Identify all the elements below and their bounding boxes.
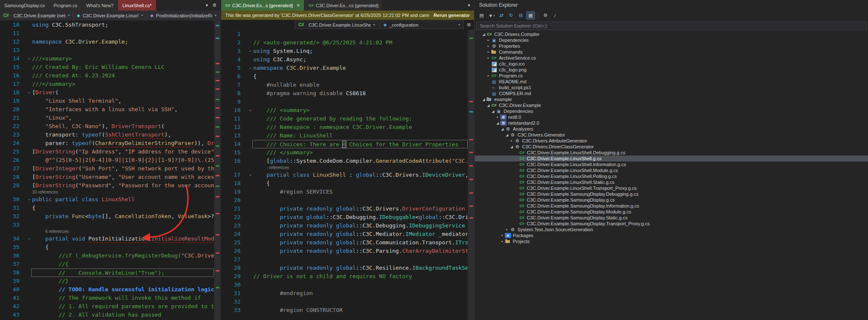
code-text[interactable]: #nullable enable [253,81,468,89]
line-number[interactable]: 41 [0,294,26,302]
line-number[interactable]: 25 [221,238,247,247]
line-number[interactable]: 18 [0,88,26,97]
code-text[interactable] [253,281,468,289]
code-text[interactable]: [Driver( [32,88,214,97]
line-number[interactable]: 17 [221,171,247,179]
edit-pencil-icon[interactable]: ∕ [551,11,559,19]
code-text[interactable]: using C3C.Async; [253,55,468,64]
tree-item[interactable]: ▸C#ArchiveService.cs [475,55,868,61]
code-text[interactable]: using C3C.SshTransport; [32,21,214,29]
codelens-references[interactable]: - references [221,165,468,171]
line-number[interactable]: 13 [221,131,247,140]
code-text[interactable]: { [32,204,214,212]
tree-item[interactable]: ▤README.md [475,79,868,85]
line-number[interactable]: 13 [0,46,26,55]
code-text[interactable]: /// Choices: There are 0 Choices for the… [252,140,468,148]
line-number[interactable]: 31 [221,289,247,298]
line-number[interactable]: 30 [0,195,26,204]
tree-item[interactable]: C#C3C.Driver.Example.SamsungDisplay.Stat… [475,215,868,221]
line-number[interactable]: 27 [221,255,247,264]
fold-collapse-icon[interactable]: ▾ [247,171,253,179]
code-text[interactable]: namespace C3C.Driver.Example; [32,38,214,46]
line-number[interactable]: 21 [0,114,26,122]
line-number[interactable]: 15 [221,148,247,157]
code-text[interactable]: { [253,72,468,81]
editor-tab[interactable]: C#C3C.Driver.Ex...cs [generated] [304,0,383,11]
line-number[interactable]: 11 [0,29,26,38]
tree-item[interactable]: C#C3C.Driver.Example.SamsungDisplay.Info… [475,203,868,209]
line-number[interactable]: 8 [221,89,247,98]
code-text[interactable]: transport: typeof(SshClientTransport), [32,131,214,139]
editor-tab[interactable]: LinuxShell.cs* [118,0,156,11]
line-number[interactable]: 3 [221,47,247,55]
code-text[interactable]: // 1. All required parameters are provid… [32,302,214,311]
code-text[interactable]: "Interfaces with a linux shell via SSH", [32,105,214,114]
line-number[interactable]: 22 [0,122,26,131]
fold-collapse-icon[interactable]: ▾ [26,55,32,63]
tree-item[interactable]: ▸Projects [475,238,868,244]
line-number[interactable]: 33 [221,306,247,315]
line-number[interactable]: 27 [0,164,26,173]
code-text[interactable]: // <auto-generated/> @6/25/2025 4:21:02 … [253,38,468,47]
tree-item[interactable]: C#C3C.Driver.Example.LinuxShell.Debuggin… [475,150,868,156]
expand-arrow-icon[interactable]: ▸ [495,115,500,119]
show-all-files-icon[interactable]: ▦ [526,11,535,19]
line-number[interactable]: 12 [0,38,26,46]
code-editor-generated[interactable]: 12// <auto-generated/> @6/25/2025 4:21:0… [221,30,468,320]
expand-arrow-icon[interactable]: ◢ [509,145,514,149]
code-text[interactable]: // TODO: Handle successful initializatio… [32,285,214,294]
expand-arrow-icon[interactable]: ▸ [486,50,491,54]
code-text[interactable]: private readonly global::C3C.Resilience.… [253,264,468,272]
code-text[interactable]: { [253,179,468,188]
add-view-icon[interactable]: ⊞ [464,20,474,30]
expand-arrow-icon[interactable]: ▸ [509,139,514,142]
code-text[interactable]: // Driver is not a child and requires NO… [253,272,468,281]
code-text[interactable]: [DriverString("Ip Address", "IP address … [32,148,214,156]
line-number[interactable]: 1 [221,30,247,38]
code-text[interactable] [253,255,468,264]
line-number[interactable]: 12 [221,123,247,131]
code-text[interactable]: /// </summary> [253,148,468,157]
expand-arrow-icon[interactable]: ▸ [500,240,505,243]
tree-item[interactable]: C#C3C.Driver.Example.LinuxShell.Transpor… [475,185,868,191]
expand-arrow-icon[interactable]: ◢ [495,121,500,125]
code-text[interactable]: [DriverInteger("Ssh Port", "SSH network … [32,164,214,173]
code-text[interactable]: #endregion [253,289,468,298]
collapse-all-icon[interactable]: ⊟ [517,11,525,19]
refresh-icon[interactable]: ↻ [507,11,515,19]
code-text[interactable]: /// Created At: 6.23.2024 [32,71,214,80]
tree-item[interactable]: C#C3C.Driver.Example.LinuxShell.Module.g… [475,167,868,173]
tree-item[interactable]: ◢C#C3C.Drivers.Compiler [475,31,868,37]
line-number[interactable]: 6 [221,72,247,81]
line-number[interactable]: 28 [0,173,26,181]
tree-item[interactable]: ◢example [475,96,868,102]
code-editor-linuxshell[interactable]: 10using C3C.SshTransport;1112namespace C… [0,21,214,320]
tree-item[interactable]: ◢C#C3C.Driver.Example [475,102,868,108]
tree-item[interactable]: C#C3C.Driver.Example.LinuxShell.Polling.… [475,173,868,179]
code-text[interactable]: //{ [32,260,214,268]
code-text[interactable]: [DriverString("Password", "Password for … [32,181,214,190]
code-text[interactable]: private global::C3C.Debugging.IDebuggabl… [253,213,468,222]
code-text[interactable] [253,30,468,38]
code-text[interactable]: // The framework will invoke this method… [32,294,214,302]
line-number[interactable]: 32 [0,212,26,221]
editor-tab[interactable]: What's New? [82,0,118,11]
line-number[interactable]: 16 [221,157,247,165]
line-number[interactable]: 24 [0,139,26,148]
code-text[interactable]: /// <summary> [253,106,468,115]
tree-item[interactable]: ◢▣Dependencies [475,108,868,114]
line-number[interactable]: 19 [0,97,26,105]
expand-arrow-icon[interactable]: ◢ [500,127,505,131]
vertical-scrollbar[interactable] [214,21,220,320]
tree-item[interactable]: ◢⚙Analyzers [475,126,868,132]
line-number[interactable]: 38 [0,268,26,277]
codelens-references[interactable]: 33 references [0,190,214,195]
tree-item[interactable]: C#C3C.Driver.Example.SamsungDisplay.Modu… [475,209,868,215]
line-number[interactable]: 7 [221,81,247,89]
line-number[interactable]: 36 [0,252,26,260]
line-number[interactable]: 2 [221,38,247,47]
code-text[interactable] [253,98,468,106]
solution-search-input[interactable] [476,22,867,30]
line-number[interactable]: 32 [221,298,247,306]
code-text[interactable] [32,46,214,55]
